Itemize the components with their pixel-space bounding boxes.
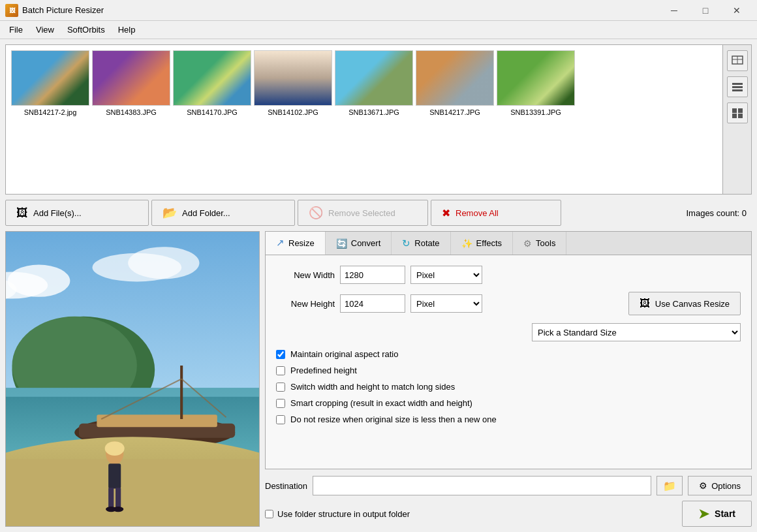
menu-view[interactable]: View	[29, 22, 61, 37]
options-label: Options	[711, 481, 741, 491]
menu-help[interactable]: Help	[112, 22, 142, 37]
destination-browse-button[interactable]: 📁	[657, 476, 683, 495]
switch-sides-checkbox[interactable]	[276, 383, 285, 392]
height-row: New Height Pixel Percent Centimeter Inch…	[276, 292, 741, 315]
svg-rect-30	[108, 463, 121, 488]
svg-point-34	[113, 507, 123, 512]
no-resize-label[interactable]: Do not resize when original size is less…	[290, 415, 497, 424]
resize-tab-icon: ↗	[276, 237, 285, 249]
add-folder-button[interactable]: 📂 Add Folder...	[151, 200, 295, 226]
right-panel: ↗ Resize 🔄 Convert ↻ Rotate ✨ Effects ⚙	[265, 231, 752, 527]
tab-rotate[interactable]: ↻ Rotate	[392, 232, 450, 255]
list-item[interactable]: SNB14217-2.jpg	[11, 50, 89, 116]
standard-size-select[interactable]: Pick a Standard Size	[532, 323, 741, 341]
canvas-resize-button[interactable]: 🖼 Use Canvas Resize	[628, 292, 741, 315]
add-files-button[interactable]: 🖼 Add File(s)...	[5, 200, 149, 226]
strip-sidebar	[722, 45, 751, 194]
no-resize-row: Do not resize when original size is less…	[276, 415, 741, 424]
switch-sides-label[interactable]: Switch width and height to match long si…	[290, 382, 455, 392]
app-icon: 🖼	[5, 4, 18, 17]
thumbnail-label: SNB14217.JPG	[429, 108, 480, 116]
list-item[interactable]: SNB14217.JPG	[416, 50, 494, 116]
thumbnail-image	[416, 50, 494, 106]
no-resize-checkbox[interactable]	[276, 415, 285, 424]
height-input[interactable]	[340, 294, 405, 313]
svg-rect-6	[732, 108, 737, 113]
maintain-ratio-label[interactable]: Maintain original aspect ratio	[290, 349, 398, 359]
destination-label: Destination	[265, 481, 307, 491]
tab-resize[interactable]: ↗ Resize	[266, 232, 326, 255]
width-label: New Width	[276, 270, 335, 280]
remove-selected-icon: 🚫	[309, 206, 323, 220]
predefined-height-row: Predefined height	[276, 366, 741, 375]
tab-effects[interactable]: ✨ Effects	[451, 232, 514, 255]
window-controls: ─ □ ✕	[659, 1, 752, 20]
thumbnail-image	[254, 50, 332, 106]
tab-tools[interactable]: ⚙ Tools	[513, 232, 566, 255]
remove-all-button[interactable]: ✖ Remove All	[431, 200, 561, 226]
content-area: ↗ Resize 🔄 Convert ↻ Rotate ✨ Effects ⚙	[5, 231, 752, 527]
options-button[interactable]: ⚙ Options	[688, 476, 752, 495]
tab-convert[interactable]: 🔄 Convert	[326, 232, 392, 255]
add-files-icon: 🖼	[16, 206, 28, 220]
strip-view-btn-3[interactable]	[727, 102, 748, 123]
destination-input[interactable]	[313, 476, 651, 495]
strip-view-btn-1[interactable]	[727, 50, 748, 71]
images-count-label: Images count:	[686, 208, 739, 218]
thumbnail-image	[497, 50, 575, 106]
width-input[interactable]	[340, 266, 405, 284]
smart-crop-checkbox[interactable]	[276, 399, 285, 408]
svg-rect-19	[6, 388, 259, 397]
width-row: New Width Pixel Percent Centimeter Inch	[276, 266, 741, 284]
thumbnail-image	[173, 50, 251, 106]
toolbar-row: 🖼 Add File(s)... 📂 Add Folder... 🚫 Remov…	[5, 200, 752, 226]
folder-structure-row: Use folder structure in output folder	[265, 509, 410, 519]
view-details-icon	[732, 107, 743, 119]
menu-softorbits[interactable]: SoftOrbits	[61, 22, 112, 37]
options-gear-icon: ⚙	[699, 480, 707, 491]
start-icon: ➤	[698, 506, 709, 522]
image-strip-container: SNB14217-2.jpgSNB14383.JPGSNB14170.JPGSN…	[5, 44, 752, 195]
minimize-button[interactable]: ─	[659, 1, 689, 20]
list-item[interactable]: SNB13671.JPG	[335, 50, 413, 116]
predefined-height-checkbox[interactable]	[276, 366, 285, 375]
close-button[interactable]: ✕	[722, 1, 752, 20]
view-list-icon	[732, 81, 743, 93]
list-item[interactable]: SNB14383.JPG	[92, 50, 170, 116]
folder-structure-label[interactable]: Use folder structure in output folder	[277, 509, 410, 519]
height-label: New Height	[276, 299, 335, 309]
predefined-height-label[interactable]: Predefined height	[290, 366, 357, 375]
svg-rect-9	[738, 114, 743, 118]
list-item[interactable]: SNB13391.JPG	[497, 50, 575, 116]
menu-file[interactable]: File	[3, 22, 29, 37]
list-item[interactable]: SNB14170.JPG	[173, 50, 251, 116]
start-button[interactable]: ➤ Start	[682, 501, 752, 527]
height-unit-select[interactable]: Pixel Percent Centimeter Inch	[410, 294, 482, 313]
remove-selected-button[interactable]: 🚫 Remove Selected	[298, 200, 428, 226]
strip-view-btn-2[interactable]	[727, 76, 748, 97]
smart-crop-label[interactable]: Smart cropping (result in exact width an…	[290, 398, 472, 408]
thumbnail-label: SNB14383.JPG	[106, 108, 157, 116]
width-unit-select[interactable]: Pixel Percent Centimeter Inch	[410, 266, 482, 284]
list-item[interactable]: SNB14102.JPG	[254, 50, 332, 116]
svg-rect-22	[97, 415, 217, 427]
tabs-bar: ↗ Resize 🔄 Convert ↻ Rotate ✨ Effects ⚙	[265, 231, 752, 255]
folder-structure-checkbox[interactable]	[265, 510, 273, 518]
image-strip: SNB14217-2.jpgSNB14383.JPGSNB14170.JPGSN…	[6, 45, 722, 194]
main-container: SNB14217-2.jpgSNB14383.JPGSNB14170.JPGSN…	[0, 39, 757, 532]
svg-point-29	[105, 441, 125, 456]
maintain-ratio-checkbox[interactable]	[276, 350, 285, 359]
svg-point-15	[128, 247, 199, 279]
svg-rect-5	[732, 89, 743, 91]
beach-scene	[6, 232, 259, 526]
svg-rect-32	[116, 488, 121, 507]
add-folder-icon: 📂	[162, 206, 177, 220]
maximize-button[interactable]: □	[690, 1, 720, 20]
svg-rect-8	[732, 114, 737, 118]
canvas-resize-label: Use Canvas Resize	[655, 299, 730, 309]
rotate-tab-icon: ↻	[402, 238, 410, 249]
remove-all-label: Remove All	[456, 208, 499, 218]
destination-row: Destination 📁 ⚙ Options	[265, 469, 752, 498]
standard-size-row: Pick a Standard Size	[276, 323, 741, 341]
preview-pane	[5, 231, 260, 527]
